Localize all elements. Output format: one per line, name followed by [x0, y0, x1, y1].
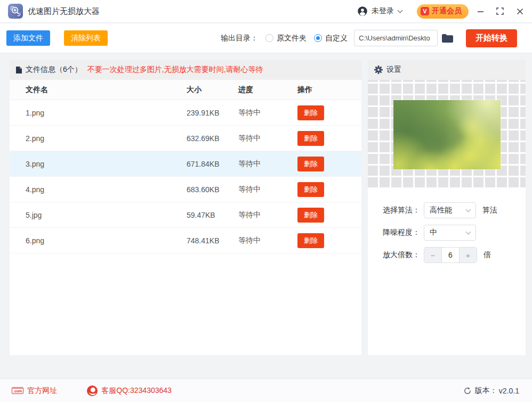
- maximize-icon: [496, 7, 504, 15]
- file-name: 6.png: [10, 236, 187, 245]
- radio-original-folder[interactable]: 原文件夹: [265, 34, 307, 43]
- vip-badge-icon: V: [421, 7, 429, 15]
- algorithm-suffix: 算法: [482, 206, 497, 215]
- user-avatar-icon: [357, 6, 368, 17]
- file-status: 等待中: [238, 210, 297, 220]
- settings-panel: 设置 选择算法： 高性能 算法 降噪程度： 中 放大倍数： − 6: [368, 60, 526, 355]
- settings-panel-title: 设置: [386, 65, 401, 75]
- delete-button[interactable]: 删除: [297, 131, 324, 146]
- table-row[interactable]: 5.jpg 59.47KB 等待中 删除: [10, 202, 361, 228]
- browse-folder-button[interactable]: [442, 34, 453, 43]
- official-website-link[interactable]: .com 官方网址: [12, 386, 57, 396]
- official-website-label: 官方网址: [27, 386, 57, 396]
- website-com-icon: .com: [12, 387, 23, 394]
- vip-upgrade-button[interactable]: V 开通会员: [417, 4, 469, 19]
- refresh-icon: [464, 387, 471, 395]
- file-status: 等待中: [238, 108, 297, 118]
- gear-icon: [374, 65, 383, 74]
- scale-row: 放大倍数： − 6 + 倍: [383, 247, 526, 263]
- file-status: 等待中: [238, 185, 297, 194]
- delete-button[interactable]: 删除: [297, 233, 324, 248]
- support-qq-link[interactable]: 客服QQ:3234303643: [87, 385, 172, 396]
- settings-form: 选择算法： 高性能 算法 降噪程度： 中 放大倍数： − 6 + 倍: [368, 187, 526, 263]
- col-filename: 文件名: [10, 85, 187, 95]
- settings-panel-header: 设置: [368, 60, 526, 80]
- table-row[interactable]: 2.png 632.69KB 等待中 删除: [10, 126, 361, 151]
- image-preview: [393, 100, 501, 169]
- maximize-button[interactable]: [492, 3, 508, 19]
- login-status: 未登录: [372, 6, 394, 16]
- file-status: 等待中: [238, 236, 297, 245]
- file-name: 4.png: [10, 185, 187, 194]
- version-label: 版本：: [475, 386, 497, 396]
- algorithm-value: 高性能: [430, 206, 452, 215]
- file-size: 683.60KB: [187, 185, 238, 194]
- start-convert-button[interactable]: 开始转换: [466, 29, 517, 47]
- output-path-input[interactable]: [354, 30, 438, 46]
- file-size: 748.41KB: [187, 236, 238, 245]
- chevron-down-icon: [466, 207, 471, 212]
- titlebar: 优速图片无损放大器 未登录 V 开通会员: [0, 0, 532, 23]
- algorithm-row: 选择算法： 高性能 算法: [383, 202, 526, 218]
- radio-custom-circle: [314, 34, 322, 42]
- scale-stepper: − 6 +: [424, 247, 477, 263]
- customer-service-icon: [87, 385, 98, 396]
- table-row[interactable]: 6.png 748.41KB 等待中 删除: [10, 228, 361, 253]
- scale-suffix: 倍: [483, 250, 491, 260]
- file-size: 632.69KB: [187, 134, 238, 143]
- table-row[interactable]: 3.png 671.84KB 等待中 删除: [10, 151, 361, 177]
- output-dir-label: 输出目录：: [221, 34, 258, 43]
- file-table-body: 1.png 239.91KB 等待中 删除 2.png 632.69KB 等待中…: [10, 100, 361, 253]
- footer: .com 官方网址 客服QQ:3234303643 版本：v2.0.1: [0, 379, 532, 402]
- file-status: 等待中: [238, 134, 297, 143]
- col-action: 操作: [297, 85, 361, 95]
- version-info: 版本：v2.0.1: [464, 386, 519, 396]
- close-button[interactable]: [512, 3, 528, 19]
- delete-button[interactable]: 删除: [297, 157, 324, 171]
- minimize-icon: [477, 8, 484, 15]
- table-row[interactable]: 1.png 239.91KB 等待中 删除: [10, 100, 361, 126]
- denoise-select[interactable]: 中: [424, 225, 476, 241]
- chevron-down-icon: [466, 229, 471, 235]
- file-size: 59.47KB: [187, 211, 238, 219]
- chevron-down-icon: [398, 8, 403, 13]
- table-row[interactable]: 4.png 683.60KB 等待中 删除: [10, 177, 361, 202]
- radio-original-circle: [265, 34, 273, 42]
- radio-custom-folder[interactable]: 自定义: [314, 34, 348, 43]
- scale-value: 6: [442, 248, 459, 262]
- file-panel-title: 文件信息（6个）: [26, 65, 82, 75]
- delete-button[interactable]: 删除: [297, 208, 324, 223]
- decrease-button[interactable]: −: [424, 248, 442, 262]
- file-name: 1.png: [10, 109, 187, 117]
- app-title: 优速图片无损放大器: [28, 6, 100, 17]
- user-account-menu[interactable]: 未登录: [357, 6, 402, 17]
- file-size: 239.91KB: [187, 109, 238, 117]
- delete-button[interactable]: 删除: [297, 105, 324, 120]
- algorithm-select[interactable]: 高性能: [424, 202, 476, 218]
- delete-button[interactable]: 删除: [297, 182, 324, 197]
- close-icon: [517, 8, 523, 15]
- increase-button[interactable]: +: [459, 248, 477, 262]
- denoise-row: 降噪程度： 中: [383, 225, 526, 241]
- app-logo-icon: [8, 4, 23, 19]
- scale-label: 放大倍数：: [383, 250, 424, 260]
- file-size: 671.84KB: [187, 160, 238, 168]
- file-panel-header: 文件信息（6个） 不要一次处理过多图片,无损放大需要时间,请耐心等待: [10, 60, 361, 80]
- folder-icon: [442, 34, 453, 43]
- col-size: 大小: [187, 85, 238, 95]
- transparency-checkerboard: [368, 80, 526, 187]
- add-files-button[interactable]: 添加文件: [6, 30, 50, 46]
- toolbar: 添加文件 清除列表 输出目录： 原文件夹 自定义 开始转换: [0, 23, 532, 53]
- clear-list-button[interactable]: 清除列表: [64, 30, 108, 46]
- file-table-header: 文件名 大小 进度 操作: [10, 80, 361, 100]
- file-list-panel: 文件信息（6个） 不要一次处理过多图片,无损放大需要时间,请耐心等待 文件名 大…: [10, 60, 361, 355]
- algorithm-label: 选择算法：: [383, 206, 424, 215]
- preview-flowers-image: [393, 100, 501, 169]
- file-status: 等待中: [238, 159, 297, 169]
- file-name: 3.png: [10, 160, 187, 168]
- file-name: 5.jpg: [10, 211, 187, 219]
- denoise-value: 中: [430, 228, 437, 237]
- minimize-button[interactable]: [472, 3, 488, 19]
- file-name: 2.png: [10, 134, 187, 143]
- radio-custom-label: 自定义: [325, 34, 348, 43]
